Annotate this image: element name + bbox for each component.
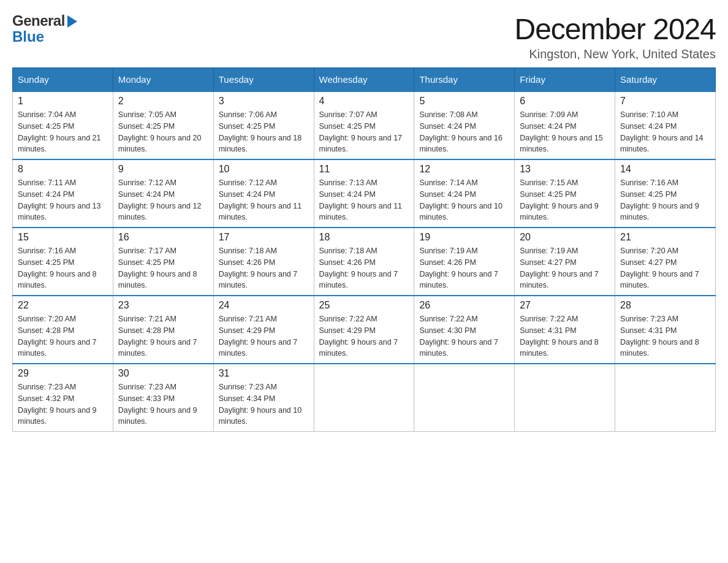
day-number: 15 — [18, 232, 108, 243]
day-info: Sunrise: 7:12 AM Sunset: 4:24 PM Dayligh… — [219, 177, 309, 223]
day-cell: 28 Sunrise: 7:23 AM Sunset: 4:31 PM Dayl… — [615, 296, 716, 364]
col-header-monday: Monday — [113, 68, 213, 92]
day-info: Sunrise: 7:06 AM Sunset: 4:25 PM Dayligh… — [219, 109, 309, 155]
sunset-label: Sunset: 4:24 PM — [118, 190, 175, 199]
daylight-label: Daylight: 9 hours and 7 minutes. — [419, 338, 498, 358]
day-number: 22 — [18, 300, 108, 311]
day-cell: 30 Sunrise: 7:23 AM Sunset: 4:33 PM Dayl… — [113, 364, 213, 432]
sunrise-label: Sunrise: 7:04 AM — [18, 110, 76, 119]
day-cell: 18 Sunrise: 7:18 AM Sunset: 4:26 PM Dayl… — [314, 228, 414, 296]
daylight-label: Daylight: 9 hours and 15 minutes. — [520, 134, 603, 154]
day-cell: 29 Sunrise: 7:23 AM Sunset: 4:32 PM Dayl… — [13, 364, 113, 432]
day-number: 14 — [620, 164, 710, 175]
sunset-label: Sunset: 4:24 PM — [319, 190, 376, 199]
daylight-label: Daylight: 9 hours and 8 minutes. — [620, 338, 699, 358]
day-cell: 13 Sunrise: 7:15 AM Sunset: 4:25 PM Dayl… — [515, 159, 615, 228]
day-cell: 9 Sunrise: 7:12 AM Sunset: 4:24 PM Dayli… — [113, 159, 213, 228]
daylight-label: Daylight: 9 hours and 17 minutes. — [319, 134, 403, 154]
daylight-label: Daylight: 9 hours and 9 minutes. — [520, 202, 599, 222]
day-info: Sunrise: 7:17 AM Sunset: 4:25 PM Dayligh… — [118, 245, 208, 291]
day-info: Sunrise: 7:22 AM Sunset: 4:31 PM Dayligh… — [520, 313, 610, 359]
day-cell: 7 Sunrise: 7:10 AM Sunset: 4:24 PM Dayli… — [615, 91, 716, 159]
sunset-label: Sunset: 4:24 PM — [520, 122, 576, 131]
sunset-label: Sunset: 4:25 PM — [18, 122, 74, 131]
day-info: Sunrise: 7:04 AM Sunset: 4:25 PM Dayligh… — [18, 109, 108, 155]
sunset-label: Sunset: 4:30 PM — [419, 326, 476, 335]
day-cell: 8 Sunrise: 7:11 AM Sunset: 4:24 PM Dayli… — [13, 159, 113, 228]
day-number: 23 — [118, 300, 208, 311]
sunset-label: Sunset: 4:24 PM — [219, 190, 275, 199]
daylight-label: Daylight: 9 hours and 20 minutes. — [118, 134, 202, 154]
daylight-label: Daylight: 9 hours and 13 minutes. — [18, 202, 101, 222]
day-number: 31 — [219, 368, 309, 379]
daylight-label: Daylight: 9 hours and 8 minutes. — [520, 338, 599, 358]
sunrise-label: Sunrise: 7:18 AM — [219, 247, 277, 255]
location-subtitle: Kingston, New York, United States — [514, 47, 716, 61]
daylight-label: Daylight: 9 hours and 7 minutes. — [118, 338, 197, 358]
daylight-label: Daylight: 9 hours and 9 minutes. — [620, 202, 699, 222]
day-cell: 14 Sunrise: 7:16 AM Sunset: 4:25 PM Dayl… — [615, 159, 716, 228]
day-cell: 20 Sunrise: 7:19 AM Sunset: 4:27 PM Dayl… — [515, 228, 615, 296]
day-info: Sunrise: 7:18 AM Sunset: 4:26 PM Dayligh… — [219, 245, 309, 291]
logo-arrow-icon — [67, 15, 77, 28]
day-number: 12 — [419, 164, 509, 175]
day-number: 20 — [520, 232, 610, 243]
day-info: Sunrise: 7:11 AM Sunset: 4:24 PM Dayligh… — [18, 177, 108, 223]
sunrise-label: Sunrise: 7:14 AM — [419, 178, 477, 187]
daylight-label: Daylight: 9 hours and 18 minutes. — [219, 134, 302, 154]
sunrise-label: Sunrise: 7:20 AM — [18, 315, 76, 323]
day-info: Sunrise: 7:19 AM Sunset: 4:26 PM Dayligh… — [419, 245, 509, 291]
calendar-header-row: SundayMondayTuesdayWednesdayThursdayFrid… — [13, 68, 716, 92]
daylight-label: Daylight: 9 hours and 14 minutes. — [620, 134, 703, 154]
day-info: Sunrise: 7:16 AM Sunset: 4:25 PM Dayligh… — [620, 177, 710, 223]
day-number: 26 — [419, 300, 509, 311]
sunset-label: Sunset: 4:26 PM — [419, 258, 476, 267]
sunrise-label: Sunrise: 7:22 AM — [520, 315, 578, 323]
sunrise-label: Sunrise: 7:07 AM — [319, 110, 377, 119]
week-row-1: 1 Sunrise: 7:04 AM Sunset: 4:25 PM Dayli… — [13, 91, 716, 159]
day-info: Sunrise: 7:23 AM Sunset: 4:34 PM Dayligh… — [219, 381, 309, 427]
day-number: 16 — [118, 232, 208, 243]
day-number: 27 — [520, 300, 610, 311]
day-cell: 5 Sunrise: 7:08 AM Sunset: 4:24 PM Dayli… — [414, 91, 515, 159]
day-info: Sunrise: 7:22 AM Sunset: 4:30 PM Dayligh… — [419, 313, 509, 359]
day-info: Sunrise: 7:10 AM Sunset: 4:24 PM Dayligh… — [620, 109, 710, 155]
day-cell: 2 Sunrise: 7:05 AM Sunset: 4:25 PM Dayli… — [113, 91, 213, 159]
day-number: 21 — [620, 232, 710, 243]
day-number: 30 — [118, 368, 208, 379]
sunset-label: Sunset: 4:25 PM — [118, 258, 175, 267]
day-number: 1 — [18, 96, 108, 107]
sunset-label: Sunset: 4:25 PM — [219, 122, 275, 131]
daylight-label: Daylight: 9 hours and 7 minutes. — [319, 338, 398, 358]
day-number: 3 — [219, 96, 309, 107]
sunset-label: Sunset: 4:25 PM — [118, 122, 175, 131]
sunset-label: Sunset: 4:24 PM — [419, 190, 476, 199]
daylight-label: Daylight: 9 hours and 7 minutes. — [520, 270, 599, 290]
col-header-wednesday: Wednesday — [314, 68, 414, 92]
day-number: 28 — [620, 300, 710, 311]
day-info: Sunrise: 7:21 AM Sunset: 4:29 PM Dayligh… — [219, 313, 309, 359]
sunset-label: Sunset: 4:27 PM — [620, 258, 677, 267]
sunrise-label: Sunrise: 7:05 AM — [118, 110, 176, 119]
day-cell: 21 Sunrise: 7:20 AM Sunset: 4:27 PM Dayl… — [615, 228, 716, 296]
day-info: Sunrise: 7:15 AM Sunset: 4:25 PM Dayligh… — [520, 177, 610, 223]
logo: General Blue — [12, 12, 77, 45]
day-cell: 6 Sunrise: 7:09 AM Sunset: 4:24 PM Dayli… — [515, 91, 615, 159]
daylight-label: Daylight: 9 hours and 7 minutes. — [219, 270, 298, 290]
day-cell: 12 Sunrise: 7:14 AM Sunset: 4:24 PM Dayl… — [414, 159, 515, 228]
day-cell: 1 Sunrise: 7:04 AM Sunset: 4:25 PM Dayli… — [13, 91, 113, 159]
day-info: Sunrise: 7:14 AM Sunset: 4:24 PM Dayligh… — [419, 177, 509, 223]
sunrise-label: Sunrise: 7:12 AM — [219, 178, 277, 187]
day-cell: 16 Sunrise: 7:17 AM Sunset: 4:25 PM Dayl… — [113, 228, 213, 296]
daylight-label: Daylight: 9 hours and 12 minutes. — [118, 202, 202, 222]
sunrise-label: Sunrise: 7:21 AM — [219, 315, 277, 323]
day-cell: 19 Sunrise: 7:19 AM Sunset: 4:26 PM Dayl… — [414, 228, 515, 296]
day-number: 6 — [520, 96, 610, 107]
col-header-sunday: Sunday — [13, 68, 113, 92]
day-number: 9 — [118, 164, 208, 175]
calendar-table: SundayMondayTuesdayWednesdayThursdayFrid… — [12, 67, 716, 432]
day-info: Sunrise: 7:20 AM Sunset: 4:28 PM Dayligh… — [18, 313, 108, 359]
day-info: Sunrise: 7:08 AM Sunset: 4:24 PM Dayligh… — [419, 109, 509, 155]
day-info: Sunrise: 7:22 AM Sunset: 4:29 PM Dayligh… — [319, 313, 409, 359]
sunrise-label: Sunrise: 7:11 AM — [18, 178, 76, 187]
